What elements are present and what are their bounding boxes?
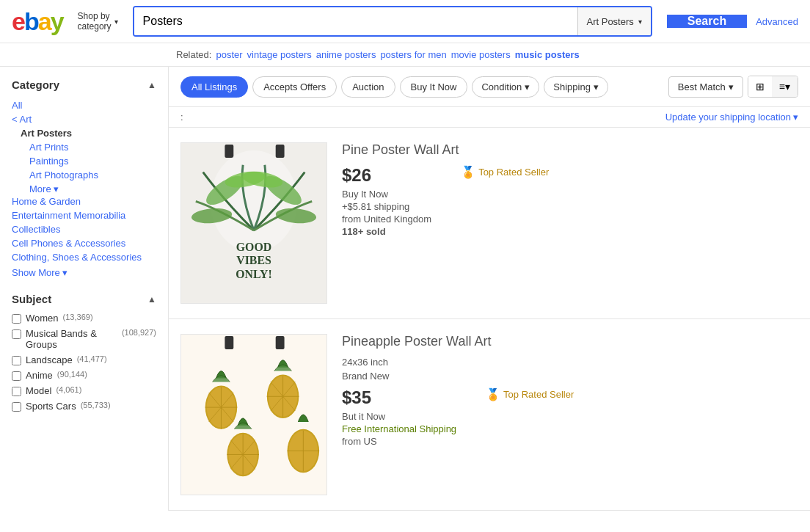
product-buy-type-1: Buy It Now [342,189,431,200]
category-title: Category ▲ [12,79,156,91]
all-listings-button[interactable]: All Listings [180,76,248,98]
svg-text:VIBES: VIBES [236,254,271,266]
update-shipping-link[interactable]: Update your shipping location ▾ [665,112,798,123]
top-rated-icon-2: 🏅 [486,387,500,401]
product-from-2: from US [342,436,456,447]
table-row: Pineapple Poster Wall Art 24x36 inch Bra… [169,319,810,511]
subject-musical-bands-checkbox[interactable] [12,329,21,339]
logo-y: y [51,7,63,35]
svg-text:ONLY!: ONLY! [236,268,272,280]
sidebar-item-cell-phones[interactable]: Cell Phones & Accessories [12,236,156,250]
sidebar-item-clothing[interactable]: Clothing, Shoes & Accessories [12,250,156,264]
show-more-link[interactable]: Show More ▾ [12,267,156,278]
sidebar: Category ▲ All < Art Art Posters Art Pri… [0,67,169,511]
logo: ebay [12,7,63,36]
product-from-1: from United Kingdom [342,214,431,225]
product-condition-2: Brand New [342,371,798,382]
subject-model-checkbox[interactable] [12,387,21,396]
shop-by-category[interactable]: Shop bycategory ▾ [78,11,118,32]
top-rated-2: 🏅 Top Rated Seller [486,387,574,401]
chevron-down-icon: ▾ [525,81,530,92]
top-rated-label-2: Top Rated Seller [503,389,574,400]
auction-button[interactable]: Auction [341,76,395,98]
subject-anime-count: (90,144) [57,370,87,379]
chevron-down-icon: ▾ [729,81,734,92]
top-rated-label-1: Top Rated Seller [478,167,549,178]
sidebar-item-art-prints[interactable]: Art Prints [12,140,156,154]
search-input[interactable] [134,7,577,35]
list-view-button[interactable]: ≡▾ [772,76,798,97]
chevron-up-icon[interactable]: ▲ [147,80,156,90]
header: ebay Shop bycategory ▾ Art Posters ▾ Sea… [0,0,810,43]
subject-anime: Anime (90,144) [12,370,156,381]
accepts-offers-button[interactable]: Accepts Offers [252,76,337,98]
advanced-search-link[interactable]: Advanced [756,16,798,27]
product-info-1: Pine Poster Wall Art $26 Buy It Now +$5.… [342,142,798,304]
product-shipping-1: +$5.81 shipping [342,201,431,212]
product-price-2: $35 [342,387,456,408]
view-toggle: ⊞ ≡▾ [748,76,798,98]
chevron-down-icon: ▾ [54,183,59,194]
subject-landscape-count: (41,477) [77,354,107,363]
condition-dropdown[interactable]: Condition ▾ [472,76,539,98]
shipping-location-bar: : Update your shipping location ▾ [169,107,810,128]
product-subtitle-2: 24x36 inch [342,357,798,368]
buy-it-now-button[interactable]: Buy It Now [400,76,468,98]
subject-landscape-checkbox[interactable] [12,356,21,365]
chevron-down-icon: ▾ [62,267,68,278]
search-button[interactable]: Search [667,15,747,28]
product-image-1[interactable]: GOOD VIBES ONLY! [180,142,327,304]
product-title-2[interactable]: Pineapple Poster Wall Art [342,334,798,349]
product-image-2[interactable] [180,334,327,495]
related-link-anime-posters[interactable]: anime posters [316,49,376,60]
subject-women-checkbox[interactable] [12,314,21,324]
subject-landscape: Landscape (41,477) [12,354,156,365]
related-link-poster[interactable]: poster [216,49,242,60]
product-price-1: $26 [342,165,431,186]
top-rated-icon-1: 🏅 [461,165,475,179]
sidebar-item-art-posters[interactable]: Art Posters [12,126,156,140]
subject-sports-cars-checkbox[interactable] [12,402,21,412]
subject-sports-cars: Sports Cars (55,733) [12,401,156,412]
related-link-music-posters[interactable]: music posters [515,49,580,60]
sidebar-item-entertainment[interactable]: Entertainment Memorabilia [12,208,156,222]
main-layout: Category ▲ All < Art Art Posters Art Pri… [0,67,810,511]
svg-rect-15 [276,336,285,349]
subject-anime-checkbox[interactable] [12,371,21,381]
chevron-down-icon: ▾ [114,18,118,26]
product-sold-1: 118+ sold [342,226,431,237]
shop-by-label: Shop bycategory [78,11,112,32]
sidebar-item-art[interactable]: < Art [12,112,156,126]
content-area: All Listings Accepts Offers Auction Buy … [169,67,810,511]
subject-women: Women (13,369) [12,313,156,324]
search-category-dropdown[interactable]: Art Posters ▾ [577,7,651,35]
subject-model-label: Model [26,385,51,396]
related-link-movie-posters[interactable]: movie posters [451,49,511,60]
top-rated-1: 🏅 Top Rated Seller [461,165,549,179]
product-shipping-2: Free International Shipping [342,423,456,434]
sidebar-item-paintings[interactable]: Paintings [12,154,156,168]
grid-view-button[interactable]: ⊞ [748,76,772,97]
sort-dropdown[interactable]: Best Match ▾ [668,76,743,98]
related-link-posters-for-men[interactable]: posters for men [380,49,446,60]
svg-text:GOOD: GOOD [236,241,271,253]
product-title-1[interactable]: Pine Poster Wall Art [342,142,798,158]
product-info-2: Pineapple Poster Wall Art 24x36 inch Bra… [342,334,798,495]
sidebar-item-art-photographs[interactable]: Art Photographs [12,168,156,182]
sidebar-item-collectibles[interactable]: Collectibles [12,222,156,236]
subject-sports-cars-label: Sports Cars [26,401,76,412]
subject-women-count: (13,369) [63,313,93,321]
chevron-down-icon: ▾ [638,18,642,26]
sidebar-item-all[interactable]: All [12,98,156,112]
shipping-dropdown[interactable]: Shipping ▾ [544,76,608,98]
product-list: GOOD VIBES ONLY! Pine Poster Wall Art $2… [169,128,810,511]
chevron-up-icon[interactable]: ▲ [147,294,156,305]
more-link[interactable]: More ▾ [12,183,156,194]
subject-anime-label: Anime [26,370,53,381]
filter-bar: All Listings Accepts Offers Auction Buy … [169,67,810,107]
sidebar-item-home-garden[interactable]: Home & Garden [12,194,156,208]
related-link-vintage-posters[interactable]: vintage posters [247,49,312,60]
subject-musical-bands: Musical Bands & Groups (108,927) [12,328,156,350]
svg-rect-2 [276,145,285,158]
table-row: GOOD VIBES ONLY! Pine Poster Wall Art $2… [169,128,810,319]
